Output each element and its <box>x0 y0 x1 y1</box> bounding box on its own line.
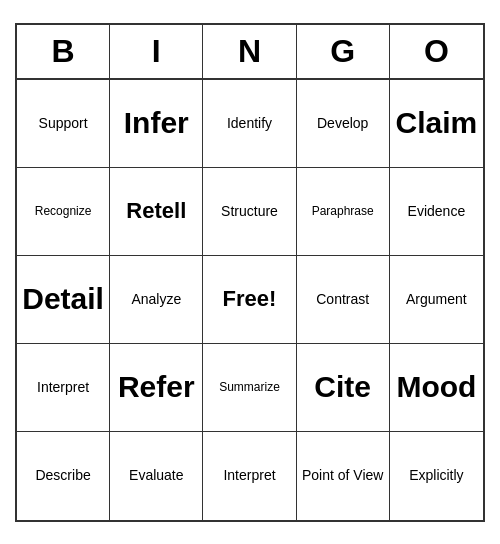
header-letter: O <box>390 25 483 78</box>
bingo-cell[interactable]: Interpret <box>203 432 296 520</box>
bingo-cell[interactable]: Develop <box>297 80 390 168</box>
bingo-cell-text: Paraphrase <box>312 204 374 218</box>
bingo-cell-text: Free! <box>223 286 277 312</box>
bingo-cell[interactable]: Structure <box>203 168 296 256</box>
bingo-cell-text: Contrast <box>316 291 369 308</box>
bingo-cell-text: Identify <box>227 115 272 132</box>
bingo-cell-text: Evaluate <box>129 467 183 484</box>
bingo-cell-text: Retell <box>126 198 186 224</box>
bingo-cell-text: Support <box>39 115 88 132</box>
bingo-cell-text: Infer <box>124 105 189 141</box>
header-letter: B <box>17 25 110 78</box>
header-letter: N <box>203 25 296 78</box>
bingo-cell-text: Recognize <box>35 204 92 218</box>
bingo-cell[interactable]: Refer <box>110 344 203 432</box>
bingo-cell-text: Argument <box>406 291 467 308</box>
bingo-cell[interactable]: Summarize <box>203 344 296 432</box>
bingo-cell[interactable]: Evaluate <box>110 432 203 520</box>
bingo-cell[interactable]: Cite <box>297 344 390 432</box>
bingo-cell[interactable]: Paraphrase <box>297 168 390 256</box>
bingo-card: BINGO SupportInferIdentifyDevelopClaimRe… <box>15 23 485 522</box>
bingo-cell[interactable]: Contrast <box>297 256 390 344</box>
header-letter: G <box>297 25 390 78</box>
bingo-cell-text: Evidence <box>408 203 466 220</box>
bingo-cell[interactable]: Support <box>17 80 110 168</box>
bingo-cell[interactable]: Explicitly <box>390 432 483 520</box>
bingo-cell-text: Analyze <box>131 291 181 308</box>
bingo-cell[interactable]: Point of View <box>297 432 390 520</box>
bingo-cell[interactable]: Mood <box>390 344 483 432</box>
bingo-cell[interactable]: Claim <box>390 80 483 168</box>
bingo-cell[interactable]: Describe <box>17 432 110 520</box>
bingo-cell-text: Interpret <box>37 379 89 396</box>
bingo-cell-text: Structure <box>221 203 278 220</box>
bingo-cell-text: Mood <box>396 369 476 405</box>
bingo-grid: SupportInferIdentifyDevelopClaimRecogniz… <box>17 80 483 520</box>
bingo-cell[interactable]: Identify <box>203 80 296 168</box>
bingo-cell-text: Point of View <box>302 467 383 484</box>
bingo-cell[interactable]: Argument <box>390 256 483 344</box>
header-letter: I <box>110 25 203 78</box>
bingo-cell-text: Describe <box>35 467 90 484</box>
bingo-cell[interactable]: Free! <box>203 256 296 344</box>
bingo-cell[interactable]: Analyze <box>110 256 203 344</box>
bingo-cell-text: Explicitly <box>409 467 463 484</box>
bingo-cell-text: Claim <box>396 105 478 141</box>
bingo-cell[interactable]: Interpret <box>17 344 110 432</box>
bingo-header: BINGO <box>17 25 483 80</box>
bingo-cell-text: Detail <box>22 281 104 317</box>
bingo-cell-text: Cite <box>314 369 371 405</box>
bingo-cell[interactable]: Infer <box>110 80 203 168</box>
bingo-cell-text: Develop <box>317 115 368 132</box>
bingo-cell-text: Interpret <box>223 467 275 484</box>
bingo-cell-text: Refer <box>118 369 195 405</box>
bingo-cell[interactable]: Detail <box>17 256 110 344</box>
bingo-cell[interactable]: Recognize <box>17 168 110 256</box>
bingo-cell-text: Summarize <box>219 380 280 394</box>
bingo-cell[interactable]: Evidence <box>390 168 483 256</box>
bingo-cell[interactable]: Retell <box>110 168 203 256</box>
